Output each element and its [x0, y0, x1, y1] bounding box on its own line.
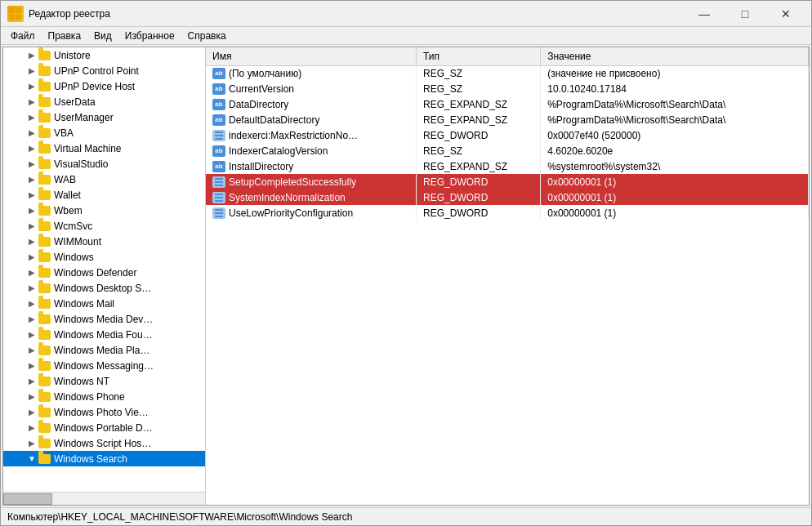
minimize-button[interactable]: — — [685, 2, 723, 25]
tree-item[interactable]: ▼Windows Search — [3, 451, 205, 466]
reg-entry-name: IndexerCatalogVersion — [229, 145, 328, 157]
table-row[interactable]: abIndexerCatalogVersionREG_SZ4.6020e.602… — [206, 143, 809, 158]
expand-icon: ▶ — [26, 360, 38, 372]
tree-item-label: Windows Photo Vie… — [54, 407, 149, 418]
window-title: Редактор реестра — [29, 8, 685, 20]
tree-item[interactable]: ▶Wbem — [3, 203, 205, 218]
folder-icon — [38, 421, 51, 435]
tree-item[interactable]: ▶WAB — [3, 172, 205, 187]
reg-entry-value: 0x00000001 (1) — [541, 174, 809, 189]
tree-item[interactable]: ▶Virtual Machine — [3, 140, 205, 156]
registry-table: Имя Тип Значение ab(По умолчанию)REG_SZ(… — [206, 47, 809, 221]
expand-icon: ▶ — [26, 158, 38, 170]
tree-item-label: Wallet — [54, 189, 81, 201]
reg-entry-value: %ProgramData%\Microsoft\Search\Data\ — [541, 96, 809, 112]
reg-entry-name: SystemIndexNormalization — [229, 192, 346, 203]
table-row[interactable]: abDataDirectoryREG_EXPAND_SZ%ProgramData… — [206, 96, 809, 112]
tree-item[interactable]: ▶Windows Defender — [3, 265, 205, 280]
sidebar-horizontal-scrollbar[interactable] — [3, 492, 205, 505]
status-path: Компьютер\HKEY_LOCAL_MACHINE\SOFTWARE\Mi… — [7, 511, 352, 523]
tree-item[interactable]: ▶Windows Script Hos… — [3, 435, 205, 451]
table-row[interactable]: abInstallDirectoryREG_EXPAND_SZ%systemro… — [206, 158, 809, 174]
table-row[interactable]: UseLowPriorityConfigurationREG_DWORD0x00… — [206, 205, 809, 221]
expand-icon: ▶ — [26, 221, 38, 232]
tree-item[interactable]: ▶WIMMount — [3, 234, 205, 249]
table-row[interactable]: ab(По умолчанию)REG_SZ(значение не присв… — [206, 65, 809, 81]
reg-icon-dword — [212, 192, 225, 203]
tree-item[interactable]: ▶Windows — [3, 249, 205, 265]
tree-item[interactable]: ▶UPnP Control Point — [3, 63, 205, 78]
tree-item-label: Windows Portable D… — [54, 422, 153, 434]
tree-item[interactable]: ▶Windows Desktop S… — [3, 280, 205, 296]
folder-icon — [38, 158, 51, 171]
reg-entry-type: REG_SZ — [417, 65, 541, 81]
tree-item[interactable]: ▶UPnP Device Host — [3, 78, 205, 94]
menu-edit[interactable]: Правка — [42, 29, 88, 43]
tree-item[interactable]: ▶Unistore — [3, 47, 205, 63]
folder-icon — [38, 313, 51, 326]
tree-item-label: WcmSvc — [54, 221, 92, 232]
tree-item[interactable]: ▶Wallet — [3, 187, 205, 203]
table-row[interactable]: indexerci:MaxRestrictionNo…REG_DWORD0x00… — [206, 127, 809, 143]
col-name[interactable]: Имя — [206, 47, 417, 65]
folder-icon — [38, 390, 51, 403]
menu-favorites[interactable]: Избранное — [118, 29, 181, 43]
col-type[interactable]: Тип — [417, 47, 541, 65]
tree-item[interactable]: ▶Windows Photo Vie… — [3, 404, 205, 420]
reg-icon-dword — [212, 130, 225, 141]
menu-view[interactable]: Вид — [87, 29, 118, 43]
expand-icon: ▶ — [26, 50, 38, 61]
collapse-icon: ▼ — [26, 453, 38, 465]
svg-rect-1 — [16, 8, 21, 13]
registry-editor-window: Редактор реестра — □ ✕ Файл Правка Вид И… — [0, 0, 812, 526]
tree-item[interactable]: ▶UserData — [3, 94, 205, 109]
tree-item[interactable]: ▶Windows Messaging… — [3, 358, 205, 373]
menu-file[interactable]: Файл — [4, 29, 42, 43]
table-row[interactable]: abDefaultDataDirectoryREG_EXPAND_SZ%Prog… — [206, 112, 809, 127]
expand-icon: ▶ — [26, 189, 38, 201]
tree-item-label: Windows Media Dev… — [54, 314, 153, 325]
title-bar: Редактор реестра — □ ✕ — [1, 1, 811, 27]
table-row[interactable]: abCurrentVersionREG_SZ10.0.10240.17184 — [206, 81, 809, 96]
tree-item-label: Windows Messaging… — [54, 360, 154, 372]
tree-item-label: Windows Script Hos… — [54, 438, 151, 449]
tree-item[interactable]: ▶VBA — [3, 125, 205, 140]
tree-item[interactable]: ▶Windows Phone — [3, 389, 205, 404]
tree-item-label: VisualStudio — [54, 158, 109, 170]
folder-icon — [38, 375, 51, 388]
close-button[interactable]: ✕ — [767, 2, 805, 25]
table-container[interactable]: Имя Тип Значение ab(По умолчанию)REG_SZ(… — [206, 47, 809, 505]
reg-entry-type: REG_DWORD — [417, 189, 541, 205]
expand-icon: ▶ — [26, 329, 38, 341]
tree-item[interactable]: ▶Windows Media Dev… — [3, 311, 205, 327]
tree-item-label: WAB — [54, 174, 76, 185]
tree-item[interactable]: ▶VisualStudio — [3, 156, 205, 172]
folder-icon — [38, 328, 51, 341]
table-row[interactable]: SetupCompletedSuccessfullyREG_DWORD0x000… — [206, 174, 809, 189]
expand-icon: ▶ — [26, 422, 38, 434]
tree-item[interactable]: ▶Windows Media Fou… — [3, 327, 205, 342]
reg-icon-string: ab — [212, 99, 225, 110]
expand-icon: ▶ — [26, 267, 38, 279]
tree-item[interactable]: ▶WcmSvc — [3, 218, 205, 234]
maximize-button[interactable]: □ — [726, 2, 764, 25]
folder-icon — [38, 235, 51, 248]
folder-icon — [38, 173, 51, 186]
table-row[interactable]: SystemIndexNormalizationREG_DWORD0x00000… — [206, 189, 809, 205]
tree-item[interactable]: ▶Windows NT — [3, 373, 205, 389]
tree-item[interactable]: ▶Windows Media Pla… — [3, 342, 205, 358]
col-value[interactable]: Значение — [541, 47, 809, 65]
reg-icon-string: ab — [212, 83, 225, 95]
tree-item[interactable]: ▶Windows Portable D… — [3, 420, 205, 435]
folder-icon — [38, 142, 51, 155]
sidebar-scroll[interactable]: ▶Unistore▶UPnP Control Point▶UPnP Device… — [3, 47, 205, 492]
tree-item-label: UserData — [54, 96, 96, 108]
sidebar-tree: ▶Unistore▶UPnP Control Point▶UPnP Device… — [3, 47, 206, 505]
menu-help[interactable]: Справка — [181, 29, 233, 43]
reg-entry-value: %ProgramData%\Microsoft\Search\Data\ — [541, 112, 809, 127]
tree-item[interactable]: ▶UserManager — [3, 109, 205, 125]
reg-entry-type: REG_EXPAND_SZ — [417, 158, 541, 174]
folder-icon — [38, 65, 51, 78]
expand-icon: ▶ — [26, 205, 38, 216]
tree-item[interactable]: ▶Windows Mail — [3, 296, 205, 311]
